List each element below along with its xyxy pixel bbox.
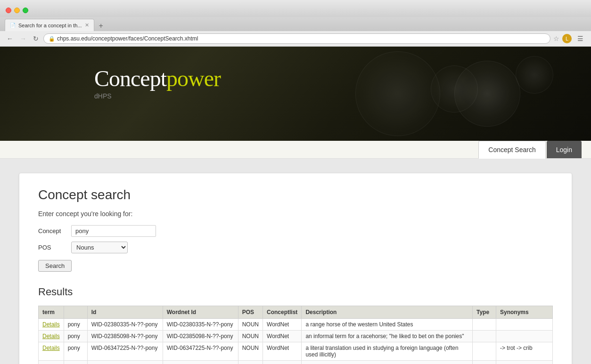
details-link[interactable]: Details [42, 333, 60, 340]
details-link[interactable]: Details [42, 345, 60, 351]
browser-tab-bar: 📄 Search for a concept in th... ✕ + [0, 17, 591, 31]
term-cell: pony [64, 361, 87, 364]
description-cell: a small glass adequate to hold a single … [302, 361, 473, 364]
col-header-id: Id [87, 306, 163, 319]
maximize-window-button[interactable] [23, 8, 28, 13]
pos-cell: NOUN [238, 331, 263, 342]
site-logo: Conceptpower [94, 65, 591, 91]
col-header-term: term [39, 306, 64, 319]
pos-label: POS [38, 244, 71, 251]
address-bar[interactable]: 🔒 chps.asu.edu/conceptpower/faces/Concep… [43, 33, 550, 44]
pos-cell: NOUN [238, 342, 263, 361]
col-header-conceptlist: Conceptlist [263, 306, 302, 319]
browser-titlebar [0, 0, 591, 17]
col-header-type: Type [473, 306, 496, 319]
synonyms-cell [496, 331, 553, 342]
user-profile-icon[interactable]: L [562, 34, 572, 43]
tab-close-button[interactable]: ✕ [85, 22, 89, 28]
wordnet-id-cell: WID-02380335-N-??-pony [163, 319, 238, 331]
nav-login[interactable]: Login [547, 141, 582, 158]
term-cell: pony [64, 319, 87, 331]
conceptlist-cell: WordNet [263, 361, 302, 364]
results-tbody: Details pony WID-02380335-N-??-pony WID-… [39, 319, 553, 364]
conceptlist-cell: WordNet [263, 331, 302, 342]
id-cell: WID-06347225-N-??-pony [87, 342, 163, 361]
concept-label: Concept [38, 227, 71, 235]
table-row: Details pony WID-02380335-N-??-pony WID-… [39, 319, 553, 331]
synonyms-cell: -> trot -> crib [496, 342, 553, 361]
browser-menu-button[interactable]: ☰ [575, 34, 586, 43]
page-content: Conceptpower dHPS Concept Search Login C… [0, 47, 591, 364]
table-row: Details pony WID-06347225-N-??-pony WID-… [39, 342, 553, 361]
col-header-description: Description [302, 306, 473, 319]
id-cell: WID-02385098-N-??-pony [87, 331, 163, 342]
type-cell [473, 342, 496, 361]
tab-favicon: 📄 [10, 23, 16, 28]
page-title: Concept search [38, 187, 553, 202]
type-cell [473, 361, 496, 364]
nav-concept-search[interactable]: Concept Search [478, 141, 545, 159]
col-header-wordnet-id: Wordnet Id [163, 306, 238, 319]
browser-chrome: 📄 Search for a concept in th... ✕ + ← → … [0, 0, 591, 47]
wordnet-id-cell: WID-04206225-N-??-pony [163, 361, 238, 364]
wordnet-id-cell: WID-06347225-N-??-pony [163, 342, 238, 361]
table-header-row: term Id Wordnet Id POS Conceptlist Descr… [39, 306, 553, 319]
term-cell: pony [64, 331, 87, 342]
browser-tab-active[interactable]: 📄 Search for a concept in th... ✕ [5, 19, 94, 31]
site-navigation: Concept Search Login [0, 141, 591, 159]
pos-select[interactable]: Nouns Verbs Adjectives Adverbs [71, 242, 128, 253]
conceptlist-cell: WordNet [263, 342, 302, 361]
description-cell: an informal term for a racehorse; "he li… [302, 331, 473, 342]
new-tab-button[interactable]: + [96, 21, 106, 31]
details-cell: Details [39, 319, 64, 331]
browser-toolbar: ← → ↻ 🔒 chps.asu.edu/conceptpower/faces/… [0, 31, 591, 47]
id-cell: WID-02380335-N-??-pony [87, 319, 163, 331]
security-icon: 🔒 [49, 36, 55, 42]
type-cell [473, 331, 496, 342]
table-row: Details pony WID-04206225-N-??-pony WID-… [39, 361, 553, 364]
search-card: Concept search Enter concept you're look… [19, 173, 572, 364]
details-cell: Details [39, 331, 64, 342]
tab-title: Search for a concept in th... [18, 23, 82, 28]
conceptlist-cell: WordNet [263, 319, 302, 331]
pos-cell: NOUN [238, 361, 263, 364]
back-button[interactable]: ← [5, 34, 15, 43]
col-header-pos: POS [238, 306, 263, 319]
browser-window-controls [6, 8, 28, 13]
col-header-term2 [64, 306, 87, 319]
forward-button[interactable]: → [18, 34, 28, 43]
close-window-button[interactable] [6, 8, 11, 13]
search-button[interactable]: Search [38, 260, 72, 272]
details-cell: Details [39, 361, 64, 364]
wordnet-id-cell: WID-02385098-N-??-pony [163, 331, 238, 342]
logo-concept: Concept [94, 66, 166, 91]
results-title: Results [38, 286, 553, 298]
site-header: Conceptpower dHPS [0, 47, 591, 141]
results-table: term Id Wordnet Id POS Conceptlist Descr… [38, 306, 553, 364]
url-display: chps.asu.edu/conceptpower/faces/ConceptS… [57, 35, 198, 42]
type-cell [473, 319, 496, 331]
details-link[interactable]: Details [42, 321, 60, 328]
logo-subtitle: dHPS [94, 92, 591, 100]
bookmark-button[interactable]: ☆ [553, 35, 559, 42]
table-row: Details pony WID-02385098-N-??-pony WID-… [39, 331, 553, 342]
concept-input[interactable] [71, 225, 156, 237]
synonyms-cell: -> shot_glass -> jigger [496, 361, 553, 364]
col-header-synonyms: Synonyms [496, 306, 553, 319]
description-cell: a literal translation used in studying a… [302, 342, 473, 361]
reload-button[interactable]: ↻ [31, 34, 41, 43]
minimize-window-button[interactable] [14, 8, 20, 13]
header-logo-area: Conceptpower dHPS [0, 47, 591, 100]
id-cell: WID-04206225-N-??-pony [87, 361, 163, 364]
synonyms-cell [496, 319, 553, 331]
logo-power: power [166, 66, 221, 91]
pos-form-group: POS Nouns Verbs Adjectives Adverbs [38, 242, 553, 253]
search-prompt: Enter concept you're looking for: [38, 210, 553, 218]
term-cell: pony [64, 342, 87, 361]
main-area: Concept search Enter concept you're look… [0, 159, 591, 364]
pos-cell: NOUN [238, 319, 263, 331]
concept-form-group: Concept [38, 225, 553, 237]
details-cell: Details [39, 342, 64, 361]
description-cell: a range horse of the western United Stat… [302, 319, 473, 331]
